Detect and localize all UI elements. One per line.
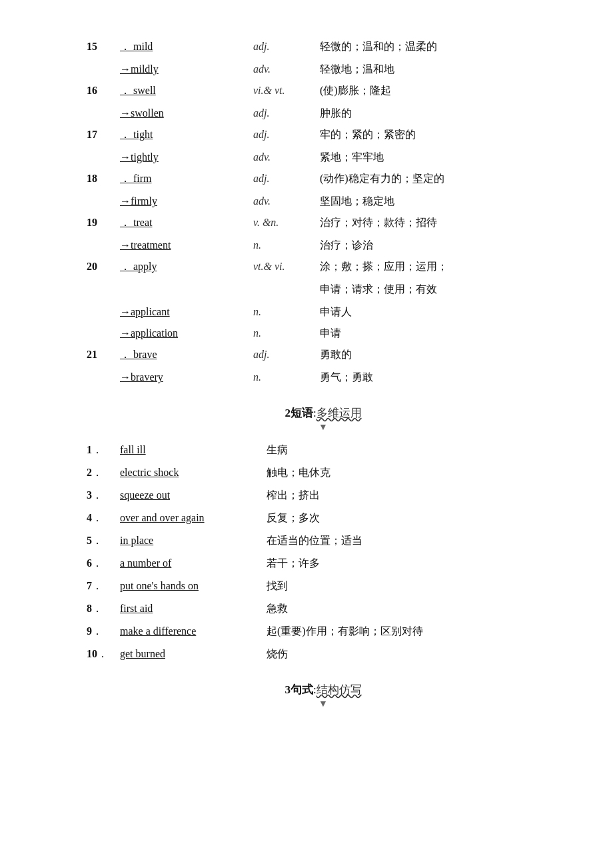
phrase-num-5: 5． [87, 534, 120, 548]
phrase-meaning-7: 找到 [267, 579, 560, 593]
phrase-meaning-10: 烧伤 [267, 647, 560, 661]
vocab-meaning-15: 轻微的；温和的；温柔的 [320, 40, 560, 54]
phrase-meaning-1: 生病 [267, 443, 560, 457]
vocab-num-18: 18 [87, 173, 120, 185]
deriv-row-applicant: →applicant n. 申请人 [87, 305, 560, 324]
vocab-row-15: 15 ． mild adj. 轻微的；温和的；温柔的 [87, 40, 560, 60]
phrase-row-1: 1． fall ill 生病 [87, 443, 560, 462]
vocab-pos-19: v. &n. [253, 217, 320, 229]
phrase-num-10: 10． [87, 647, 120, 661]
deriv-row-application: →application n. 申请 [87, 327, 560, 345]
deriv-pos-swollen: adj. [253, 107, 320, 119]
vocab-word-17: ． tight [120, 128, 253, 142]
vocab-word-15: ． mild [120, 40, 253, 54]
phrases-section: 1． fall ill 生病 2． electric shock 触电；电休克 … [87, 443, 560, 666]
phrase-num-6: 6． [87, 557, 120, 571]
deriv-pos-bravery: n. [253, 371, 320, 383]
section2-type: 短语 [291, 407, 313, 419]
phrase-num-8: 8． [87, 602, 120, 616]
vocab-word-16: ． swell [120, 84, 253, 98]
vocab-meaning-18: (动作)稳定有力的；坚定的 [320, 172, 560, 186]
deriv-row-treatment: →treatment n. 治疗；诊治 [87, 239, 560, 257]
phrase-word-8: first aid [120, 603, 267, 615]
deriv-word-firmly: →firmly [120, 195, 253, 207]
phrase-word-10: get burned [120, 648, 267, 660]
vocab-row-21: 21 ． brave adj. 勇敢的 [87, 348, 560, 368]
phrase-word-6: a number of [120, 557, 267, 569]
deriv-pos-mildly: adv. [253, 63, 320, 75]
phrase-word-1: fall ill [120, 444, 267, 456]
section3-arrow: ▼ [87, 699, 560, 709]
phrase-word-5: in place [120, 535, 267, 547]
vocab-word-20: ． apply [120, 260, 253, 274]
vocab-word-19: ． treat [120, 216, 253, 230]
deriv-word-swollen: →swollen [120, 107, 253, 119]
vocab-row-20: 20 ． apply vt.& vi. 涂；敷；搽；应用；运用； [87, 260, 560, 280]
deriv-row-mildly: →mildly adv. 轻微地；温和地 [87, 63, 560, 81]
section3-title: 结构仿写 [316, 683, 362, 696]
section3-type: 句式 [291, 683, 313, 696]
deriv-pos-tightly: adv. [253, 151, 320, 163]
vocab-row-19: 19 ． treat v. &n. 治疗；对待；款待；招待 [87, 216, 560, 236]
vocab-num-17: 17 [87, 129, 120, 141]
vocab-meaning-16: (使)膨胀；隆起 [320, 84, 560, 98]
vocab-row-20b: 申请；请求；使用；有效 [87, 283, 560, 303]
deriv-meaning-swollen: 肿胀的 [320, 107, 560, 121]
vocab-section: 15 ． mild adj. 轻微的；温和的；温柔的 →mildly adv. … [87, 40, 560, 389]
vocab-num-15: 15 [87, 41, 120, 53]
phrase-word-7: put one's hands on [120, 580, 267, 592]
phrase-row-4: 4． over and over again 反复；多次 [87, 511, 560, 530]
phrase-meaning-5: 在适当的位置；适当 [267, 534, 560, 548]
deriv-word-application: →application [120, 327, 253, 339]
phrase-word-4: over and over again [120, 512, 267, 524]
vocab-num-16: 16 [87, 85, 120, 97]
phrase-meaning-4: 反复；多次 [267, 511, 560, 525]
phrase-row-10: 10． get burned 烧伤 [87, 647, 560, 666]
vocab-num-19: 19 [87, 217, 120, 229]
section2-header: 2短语:多维运用 ▼ [87, 405, 560, 433]
deriv-word-treatment: →treatment [120, 239, 253, 251]
phrase-num-1: 1． [87, 443, 120, 457]
phrase-word-9: make a difference [120, 625, 267, 637]
phrase-word-3: squeeze out [120, 489, 267, 501]
phrase-row-2: 2． electric shock 触电；电休克 [87, 466, 560, 485]
deriv-pos-applicant: n. [253, 306, 320, 318]
deriv-row-bravery: →bravery n. 勇气；勇敢 [87, 371, 560, 389]
phrase-num-9: 9． [87, 625, 120, 639]
deriv-meaning-bravery: 勇气；勇敢 [320, 371, 560, 385]
deriv-meaning-tightly: 紧地；牢牢地 [320, 151, 560, 165]
vocab-num-21: 21 [87, 349, 120, 361]
deriv-pos-firmly: adv. [253, 195, 320, 207]
phrase-meaning-2: 触电；电休克 [267, 466, 560, 480]
deriv-meaning-firmly: 坚固地；稳定地 [320, 195, 560, 209]
deriv-meaning-mildly: 轻微地；温和地 [320, 63, 560, 77]
vocab-pos-20: vt.& vi. [253, 261, 320, 273]
vocab-pos-21: adj. [253, 349, 320, 361]
vocab-row-17: 17 ． tight adj. 牢的；紧的；紧密的 [87, 128, 560, 148]
vocab-pos-17: adj. [253, 129, 320, 141]
phrase-meaning-8: 急救 [267, 602, 560, 616]
phrase-meaning-6: 若干；许多 [267, 557, 560, 571]
section2-num: 2 [285, 407, 291, 419]
vocab-meaning-17: 牢的；紧的；紧密的 [320, 128, 560, 142]
vocab-num-20: 20 [87, 261, 120, 273]
vocab-meaning-19: 治疗；对待；款待；招待 [320, 216, 560, 230]
section2-arrow: ▼ [87, 422, 560, 433]
section3-header: 3句式:结构仿写 ▼ [87, 682, 560, 709]
phrase-num-7: 7． [87, 579, 120, 593]
deriv-word-mildly: →mildly [120, 63, 253, 75]
vocab-meaning-20a: 涂；敷；搽；应用；运用； [320, 260, 560, 274]
deriv-pos-application: n. [253, 327, 320, 339]
phrase-row-5: 5． in place 在适当的位置；适当 [87, 534, 560, 553]
phrase-row-8: 8． first aid 急救 [87, 602, 560, 621]
vocab-word-21: ． brave [120, 348, 253, 362]
deriv-meaning-treatment: 治疗；诊治 [320, 239, 560, 253]
deriv-row-firmly: →firmly adv. 坚固地；稳定地 [87, 195, 560, 213]
vocab-meaning-20b: 申请；请求；使用；有效 [320, 283, 560, 297]
deriv-word-tightly: →tightly [120, 151, 253, 163]
vocab-pos-15: adj. [253, 41, 320, 53]
deriv-row-tightly: →tightly adv. 紧地；牢牢地 [87, 151, 560, 169]
deriv-row-swollen: →swollen adj. 肿胀的 [87, 107, 560, 125]
vocab-row-16: 16 ． swell vi.& vt. (使)膨胀；隆起 [87, 84, 560, 104]
section3-num: 3 [285, 683, 291, 696]
